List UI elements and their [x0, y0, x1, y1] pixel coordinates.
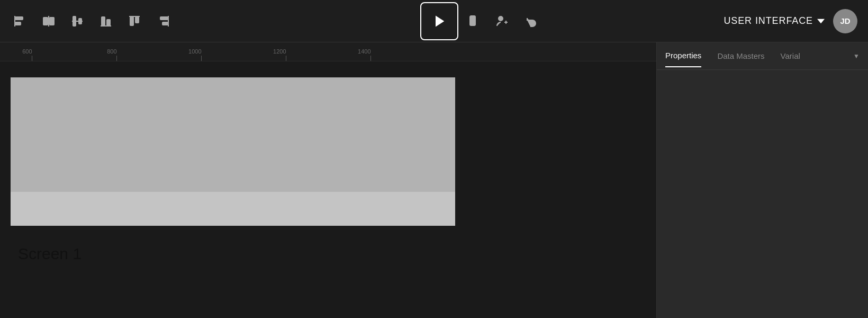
- toolbar: USER INTERFACE JD: [0, 0, 868, 42]
- toolbar-right: USER INTERFACE JD: [724, 9, 857, 33]
- panel-tabs-more-icon[interactable]: ▼: [853, 52, 860, 60]
- add-user-icon[interactable]: [493, 12, 512, 31]
- toolbar-left: [11, 12, 724, 31]
- screen-label: Screen 1: [18, 245, 82, 263]
- svg-rect-16: [162, 22, 168, 25]
- svg-rect-9: [102, 17, 105, 25]
- main-area: 600 800 1000 1200 1400: [0, 42, 868, 318]
- svg-rect-4: [50, 17, 54, 25]
- svg-rect-1: [15, 22, 21, 25]
- screen-frame[interactable]: Screen 1: [11, 77, 455, 226]
- svg-marker-24: [817, 19, 825, 23]
- svg-rect-3: [43, 17, 48, 25]
- ruler-mark-1200: 1200: [286, 56, 286, 61]
- canvas-area: 600 800 1000 1200 1400: [0, 42, 656, 318]
- ruler-mark-600: 600: [32, 56, 32, 61]
- play-button[interactable]: [420, 2, 458, 40]
- align-right-icon[interactable]: [153, 12, 173, 31]
- svg-rect-12: [130, 17, 133, 25]
- panel-body: [657, 70, 868, 318]
- device-icon[interactable]: [463, 12, 482, 31]
- ruler: 600 800 1000 1200 1400: [0, 42, 656, 61]
- svg-rect-13: [135, 17, 139, 23]
- tab-properties[interactable]: Properties: [665, 45, 701, 67]
- ruler-mark-800: 800: [116, 56, 117, 61]
- undo-icon[interactable]: [522, 12, 541, 31]
- align-top-icon[interactable]: [125, 12, 144, 31]
- project-name-label: USER INTERFACE: [724, 15, 813, 26]
- screen-inner-bar: [11, 192, 455, 226]
- align-left-icon[interactable]: [11, 12, 30, 31]
- svg-rect-10: [107, 20, 110, 25]
- svg-point-21: [499, 16, 503, 21]
- project-name-button[interactable]: USER INTERFACE: [724, 15, 825, 26]
- tab-data-masters[interactable]: Data Masters: [717, 45, 764, 67]
- canvas-content: Screen 1: [11, 77, 656, 226]
- svg-rect-15: [160, 17, 168, 20]
- svg-marker-18: [436, 16, 444, 27]
- align-center-v-icon[interactable]: [68, 12, 87, 31]
- tab-varial[interactable]: Varial: [781, 45, 800, 67]
- ruler-mark-1000: 1000: [201, 56, 202, 61]
- ruler-mark-1400: 1400: [370, 56, 371, 61]
- toolbar-center-icons: [463, 12, 541, 31]
- svg-rect-0: [15, 17, 23, 20]
- dropdown-arrow-icon: [817, 17, 825, 25]
- right-panel: Properties Data Masters Varial ▼: [656, 42, 868, 318]
- align-columns-icon[interactable]: [39, 12, 58, 31]
- play-icon: [432, 14, 447, 29]
- panel-tabs: Properties Data Masters Varial ▼: [657, 42, 868, 70]
- avatar[interactable]: JD: [833, 9, 857, 33]
- align-bottom-icon[interactable]: [96, 12, 115, 31]
